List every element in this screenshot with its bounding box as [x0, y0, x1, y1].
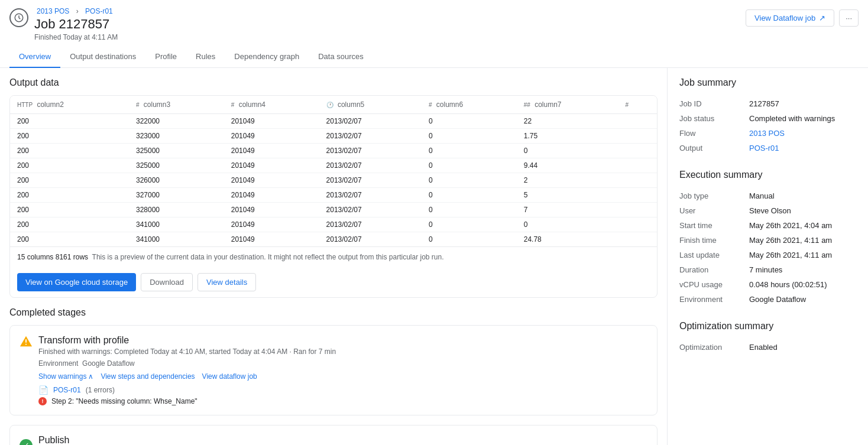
optimization-row: Optimization Enabled	[679, 340, 856, 355]
execution-summary-section: Execution summary Job type Manual User S…	[679, 170, 856, 307]
error-icon	[38, 397, 47, 405]
table-meta: 15 columns 8161 rows This is a preview o…	[17, 253, 444, 261]
job-id-row: Job ID 2127857	[679, 96, 856, 111]
job-icon	[9, 8, 28, 27]
transform-stage-env: Environment Google Dataflow	[38, 359, 336, 368]
col-header-7: #	[618, 96, 657, 114]
table-row: 2003260002010492013/02/0702	[10, 173, 657, 188]
tab-output-destinations[interactable]: Output destinations	[60, 46, 145, 68]
job-status-row: Job status Completed with warnings	[679, 111, 856, 126]
vcpu-row: vCPU usage 0.048 hours (00:02:51)	[679, 277, 856, 292]
tab-rules[interactable]: Rules	[186, 46, 225, 68]
tab-profile[interactable]: Profile	[145, 46, 186, 68]
warning-item: 📄 POS-r01 (1 errors)	[38, 385, 336, 395]
col-header-2: # column3	[129, 96, 224, 114]
output-link[interactable]: POS-r01	[749, 144, 779, 152]
publish-check-icon	[20, 439, 33, 446]
environment-row: Environment Google Dataflow	[679, 292, 856, 307]
duration-row: Duration 7 minutes	[679, 262, 856, 277]
view-storage-button[interactable]: View on Google cloud storage	[17, 273, 136, 291]
chevron-up-icon: ∧	[88, 372, 93, 381]
table-row: 2003270002010492013/02/0705	[10, 188, 657, 203]
completed-stages-title: Completed stages	[9, 307, 658, 318]
col-header-5: # column6	[422, 96, 517, 114]
view-dataflow-job-link[interactable]: View dataflow job	[202, 372, 257, 381]
last-update-row: Last update May 26th 2021, 4:11 am	[679, 248, 856, 262]
job-title: Job 2127857	[34, 17, 118, 32]
tab-overview[interactable]: Overview	[9, 46, 60, 68]
transform-stage-title: Transform with profile	[38, 335, 336, 346]
transform-stage-desc: Finished with warnings: Completed Today …	[38, 347, 336, 356]
download-button[interactable]: Download	[141, 273, 193, 291]
output-data-title: Output data	[9, 77, 658, 88]
col-header-3: # column4	[224, 96, 319, 114]
job-summary-title: Job summary	[679, 77, 856, 88]
pos-r01-link[interactable]: POS-r01	[53, 386, 81, 394]
publish-stage-title: Publish	[38, 435, 260, 445]
show-warnings-link[interactable]: Show warnings ∧	[38, 372, 93, 381]
table-row: 2003250002010492013/02/0700	[10, 144, 657, 158]
col-header-6: ## column7	[517, 96, 618, 114]
warning-icon	[20, 335, 33, 348]
transform-stage-card: Transform with profile Finished with war…	[9, 325, 658, 415]
view-details-button[interactable]: View details	[197, 273, 256, 291]
execution-summary-title: Execution summary	[679, 170, 856, 180]
job-type-row: Job type Manual	[679, 189, 856, 203]
table-row: 2003410002010492013/02/0700	[10, 217, 657, 232]
view-steps-link[interactable]: View steps and dependencies	[101, 372, 195, 381]
start-time-row: Start time May 26th 2021, 4:04 am	[679, 218, 856, 233]
optimization-summary-section: Optimization summary Optimization Enable…	[679, 321, 856, 355]
table-row: 2003250002010492013/02/0709.44	[10, 158, 657, 173]
user-row: User Steve Olson	[679, 203, 856, 218]
more-options-button[interactable]: ···	[839, 9, 859, 27]
table-footer: 15 columns 8161 rows This is a preview o…	[10, 246, 657, 267]
col-header-4: 🕐 column5	[319, 96, 422, 114]
right-panel: Job summary Job ID 2127857 Job status Co…	[667, 68, 868, 445]
output-row: Output POS-r01	[679, 141, 856, 155]
tab-bar: Overview Output destinations Profile Rul…	[0, 46, 868, 68]
table-row: 2003230002010492013/02/0701.75	[10, 129, 657, 144]
finish-time-row: Finish time May 26th 2021, 4:11 am	[679, 233, 856, 248]
job-summary-section: Job summary Job ID 2127857 Job status Co…	[679, 77, 856, 155]
document-icon: 📄	[38, 385, 48, 395]
tab-data-sources[interactable]: Data sources	[309, 46, 373, 68]
tab-dependency-graph[interactable]: Dependency graph	[225, 46, 309, 68]
flow-row: Flow 2013 POS	[679, 126, 856, 141]
job-finished-time: Finished Today at 4:11 AM	[34, 33, 118, 41]
external-link-icon: ↗	[819, 14, 825, 22]
flow-link[interactable]: 2013 POS	[749, 129, 785, 138]
breadcrumb: 2013 POS › POS-r01	[34, 7, 118, 15]
col-header-1: HTTP column2	[10, 96, 129, 114]
table-row: 2003220002010492013/02/07022	[10, 114, 657, 129]
table-row: 2003280002010492013/02/0707	[10, 203, 657, 217]
view-dataflow-button[interactable]: View Dataflow job ↗	[746, 9, 834, 27]
publish-stage-card: Publish Completed Today at 4:11 AM, star…	[9, 425, 658, 445]
optimization-summary-title: Optimization summary	[679, 321, 856, 332]
output-data-table: HTTP column2 # column3 # column4 🕐 colum…	[10, 96, 657, 246]
output-data-card: HTTP column2 # column3 # column4 🕐 colum…	[9, 95, 658, 298]
table-row: 2003410002010492013/02/07024.78	[10, 232, 657, 247]
error-item: Step 2: "Needs missing column: Whse_Name…	[38, 397, 336, 405]
